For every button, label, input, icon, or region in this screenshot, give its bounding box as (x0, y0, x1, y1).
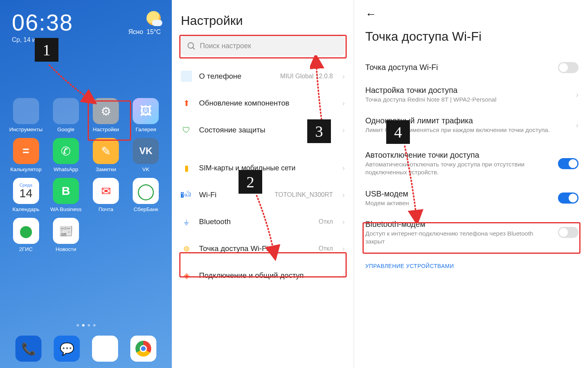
wifi-icon: �య (181, 189, 192, 200)
gallery-icon: 🖼 (133, 98, 159, 124)
settings-screen: Настройки Поиск настроек О телефоне MIUI… (172, 0, 353, 368)
search-input[interactable]: Поиск настроек (181, 36, 345, 56)
row-hotspot-setup[interactable]: Настройка точки доступаТочка доступа Red… (365, 79, 579, 110)
gear-icon: ⚙ (93, 98, 119, 124)
notes-icon: ✎ (93, 138, 119, 164)
camera-icon: ◉ (100, 342, 110, 356)
app-calc[interactable]: =Калькулятор (7, 138, 45, 172)
shield-icon: 🛡 (181, 125, 192, 136)
hotspot-screen: ← Точка доступа Wi-Fi Точка доступа Wi-F… (353, 0, 588, 368)
bluetooth-icon: ⏚ (181, 216, 192, 227)
svg-point-0 (188, 43, 193, 48)
row-bluetooth[interactable]: ⏚ Bluetooth Откл › (181, 208, 345, 235)
weather-widget[interactable]: Ясно 15°C (128, 11, 161, 36)
update-icon: ⬆ (181, 98, 192, 109)
row-connection-share[interactable]: ◈ Подключение и общий доступ › (181, 262, 345, 289)
auto-off-toggle[interactable] (558, 158, 579, 169)
hotspot-toggle[interactable] (558, 62, 579, 73)
bt-modem-toggle[interactable] (558, 227, 579, 238)
dock-chrome[interactable] (130, 336, 156, 362)
chevron-right-icon: › (342, 272, 345, 280)
chevron-right-icon: › (576, 90, 579, 99)
chevron-right-icon: › (342, 72, 345, 81)
sim-icon: ▮ (181, 162, 192, 174)
arrow-left-icon: ← (365, 8, 376, 20)
app-2gis[interactable]: ⬤2ГИС (7, 218, 45, 252)
row-usb-modem[interactable]: USB-модемМодем активен (365, 183, 579, 213)
app-vk[interactable]: VKVK (127, 138, 165, 172)
search-icon (187, 42, 195, 50)
row-sim[interactable]: ▮ SIM-карты и мобильные сети › (181, 155, 345, 181)
news-icon: 📰 (53, 218, 79, 244)
home-screen: 06:38 Ср, 14 июля Ясно 15°C 1 Инструмент… (0, 0, 172, 368)
step-badge-2: 2 (239, 170, 262, 194)
app-calendar[interactable]: Среда14Календарь (7, 178, 45, 212)
step-badge-1: 1 (35, 38, 58, 62)
phone-info-icon (181, 71, 192, 82)
sber-icon: ◯ (133, 178, 159, 204)
app-wabusiness[interactable]: BWA Business (47, 178, 85, 212)
share-icon: ◈ (181, 270, 192, 281)
chevron-right-icon: › (576, 121, 579, 130)
row-about-phone[interactable]: О телефоне MIUI Global 12.0.8 › (181, 63, 345, 90)
app-tools[interactable]: Инструменты (7, 98, 45, 132)
back-button[interactable]: ← (365, 8, 376, 21)
svg-line-1 (193, 47, 195, 49)
app-mail[interactable]: ✉Почта (87, 178, 125, 212)
app-gallery[interactable]: 🖼Галерея (127, 98, 165, 132)
app-whatsapp[interactable]: ✆WhatsApp (47, 138, 85, 172)
chevron-right-icon: › (342, 218, 345, 226)
step-badge-3: 3 (307, 119, 331, 143)
weather-icon (147, 11, 161, 25)
phone-icon: 📞 (21, 342, 36, 356)
dock: 📞 💬 ◉ (0, 336, 172, 362)
page-indicator[interactable] (0, 324, 172, 326)
app-sber[interactable]: ◯СберБанк (127, 178, 165, 212)
row-bt-modem[interactable]: Bluetooth-модемДоступ к интернет-подключ… (365, 213, 579, 252)
row-wifi[interactable]: �య Wi-Fi TOTOLINK_N300RT › (181, 181, 345, 208)
dock-phone[interactable]: 📞 (15, 336, 41, 362)
mail-icon: ✉ (93, 178, 119, 204)
chevron-right-icon: › (342, 126, 345, 134)
clock-time: 06:38 (12, 11, 73, 34)
row-update[interactable]: ⬆ Обновление компонентов › (181, 90, 345, 117)
chevron-right-icon: › (342, 99, 345, 108)
section-devices: УПРАВЛЕНИЕ УСТРОЙСТВАМИ (365, 263, 579, 269)
app-notes[interactable]: ✎Заметки (87, 138, 125, 172)
chevron-right-icon: › (342, 164, 345, 172)
chrome-icon (135, 341, 151, 357)
hotspot-icon: ⊚ (181, 243, 192, 254)
step-badge-4: 4 (386, 120, 410, 144)
map-pin-icon: ⬤ (13, 218, 39, 244)
dock-camera[interactable]: ◉ (92, 336, 118, 362)
settings-title: Настройки (181, 13, 345, 28)
chevron-right-icon: › (342, 191, 345, 199)
row-auto-off[interactable]: Автоотключение точки доступаАвтоматическ… (365, 144, 579, 183)
whatsapp-icon: ✆ (53, 138, 79, 164)
usb-modem-toggle[interactable] (558, 192, 579, 204)
dock-messages[interactable]: 💬 (54, 336, 80, 362)
app-settings[interactable]: ⚙Настройки (87, 98, 125, 132)
app-google[interactable]: Google (47, 98, 85, 132)
app-news[interactable]: 📰Новости (47, 218, 85, 252)
row-hotspot[interactable]: ⊚ Точка доступа Wi-Fi Откл › (181, 235, 345, 262)
hotspot-title: Точка доступа Wi-Fi (365, 29, 579, 44)
row-hotspot-toggle[interactable]: Точка доступа Wi-Fi (365, 56, 579, 79)
chevron-right-icon: › (342, 245, 345, 253)
messages-icon: 💬 (60, 342, 74, 356)
